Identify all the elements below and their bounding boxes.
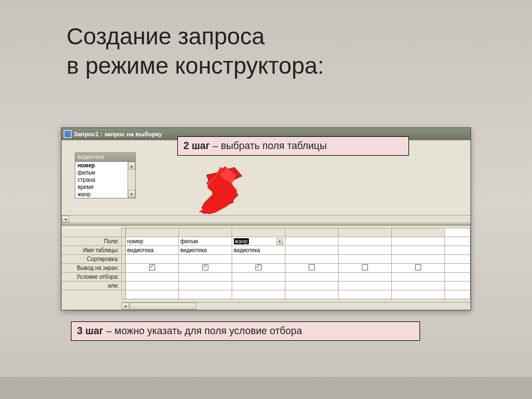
cell-table[interactable]: видиотека bbox=[232, 246, 285, 255]
scroll-left-icon[interactable]: ◄ bbox=[121, 303, 129, 310]
cell-criteria[interactable] bbox=[232, 273, 285, 282]
cell-field[interactable] bbox=[391, 237, 444, 246]
cell-field[interactable]: фильм bbox=[178, 237, 232, 246]
scroll-down-icon[interactable]: ▼ bbox=[128, 190, 135, 198]
app-icon bbox=[64, 130, 71, 138]
column-selector[interactable] bbox=[391, 228, 444, 237]
cell-field[interactable]: номер bbox=[125, 237, 178, 246]
row-label-or: или: bbox=[62, 282, 121, 290]
column-selector[interactable] bbox=[232, 228, 285, 237]
cell-show[interactable] bbox=[232, 264, 285, 273]
checkbox-icon[interactable] bbox=[149, 264, 155, 270]
column-selector[interactable] bbox=[285, 228, 338, 237]
checkbox-icon[interactable] bbox=[309, 264, 315, 270]
callout-step2-bold: 2 шаг bbox=[183, 140, 210, 151]
row-extra bbox=[62, 290, 470, 299]
row-sort: Сортировка: bbox=[62, 255, 470, 264]
cell-empty[interactable] bbox=[178, 290, 232, 299]
cell-table[interactable]: видиотека bbox=[178, 246, 232, 255]
cell-criteria[interactable] bbox=[338, 273, 391, 282]
row-label-sort: Сортировка: bbox=[62, 255, 121, 264]
cell-table[interactable] bbox=[391, 246, 444, 255]
cell-criteria[interactable] bbox=[125, 273, 178, 282]
field-item[interactable]: страна bbox=[75, 176, 135, 183]
cell-or[interactable] bbox=[391, 282, 444, 290]
cell-or[interactable] bbox=[338, 282, 391, 290]
cell-sort[interactable] bbox=[178, 255, 232, 264]
table-field-box[interactable]: видиотека номер фильм страна время жанр … bbox=[75, 152, 136, 198]
cell-show[interactable] bbox=[338, 264, 391, 273]
upper-hscrollbar[interactable]: ◄ bbox=[62, 215, 470, 223]
cell-field[interactable]: жанр▾ bbox=[232, 237, 285, 246]
cell-empty[interactable] bbox=[232, 290, 285, 299]
row-or: или: bbox=[62, 282, 470, 290]
field-item[interactable]: фильм bbox=[75, 169, 135, 176]
cell-empty[interactable] bbox=[391, 290, 444, 299]
cell-show[interactable] bbox=[285, 264, 338, 273]
field-item[interactable]: номер bbox=[75, 162, 135, 169]
row-label-field: Поле: bbox=[62, 237, 121, 246]
cell-empty[interactable] bbox=[125, 290, 178, 299]
cell-sort[interactable] bbox=[285, 255, 338, 264]
cell-field[interactable] bbox=[338, 237, 391, 246]
cell-or[interactable] bbox=[232, 282, 285, 290]
cell-table[interactable] bbox=[338, 246, 391, 255]
cell-table[interactable]: видиотека bbox=[125, 246, 178, 255]
lower-hscrollbar[interactable]: ◄ bbox=[121, 302, 470, 310]
field-item[interactable]: время bbox=[75, 183, 135, 191]
window-title: Запрос1 : запрос на выборку bbox=[74, 131, 162, 137]
field-scrollbar[interactable]: ▲ ▼ bbox=[127, 162, 135, 198]
checkbox-icon[interactable] bbox=[255, 264, 262, 270]
dropdown-icon[interactable]: ▾ bbox=[277, 238, 283, 245]
field-item[interactable]: жанр bbox=[75, 191, 135, 198]
cell-field[interactable] bbox=[285, 237, 338, 246]
cell-empty[interactable] bbox=[285, 290, 338, 299]
checkbox-icon[interactable] bbox=[362, 264, 368, 270]
scroll-up-icon[interactable]: ▲ bbox=[128, 162, 135, 170]
callout-step3-text: – можно указать для поля условие отбора bbox=[104, 325, 302, 336]
cell-show[interactable] bbox=[178, 264, 232, 273]
column-selector[interactable] bbox=[125, 228, 178, 237]
cell-table[interactable] bbox=[285, 246, 338, 255]
slide-title: Создание запроса в режиме конструктора: bbox=[66, 22, 324, 80]
cell-criteria[interactable] bbox=[391, 273, 444, 282]
cell-sort[interactable] bbox=[232, 255, 285, 264]
cell-or[interactable] bbox=[285, 282, 338, 290]
cell-criteria[interactable] bbox=[178, 273, 232, 282]
field-list: номер фильм страна время жанр ▲ ▼ bbox=[75, 162, 135, 198]
cell-sort[interactable] bbox=[125, 255, 178, 264]
column-selector[interactable] bbox=[338, 228, 391, 237]
design-grid: Поле: номер фильм жанр▾ Имя таблицы: вид… bbox=[62, 228, 470, 299]
callout-step3-bold: 3 шаг bbox=[77, 325, 104, 336]
cell-or[interactable] bbox=[125, 282, 178, 290]
title-line-1: Создание запроса bbox=[66, 23, 265, 49]
design-grid-pane: Поле: номер фильм жанр▾ Имя таблицы: вид… bbox=[62, 226, 470, 310]
row-field: Поле: номер фильм жанр▾ bbox=[62, 237, 470, 246]
cell-sort[interactable] bbox=[338, 255, 391, 264]
scroll-left-icon[interactable]: ◄ bbox=[62, 216, 69, 223]
scroll-thumb[interactable] bbox=[130, 303, 196, 310]
grid-header-row bbox=[62, 228, 470, 237]
table-header[interactable]: видиотека bbox=[75, 153, 135, 162]
row-table: Имя таблицы: видиотека видиотека видиоте… bbox=[62, 246, 470, 255]
callout-step2: 2 шаг – выбрать поля таблицы bbox=[177, 136, 409, 156]
checkbox-icon[interactable] bbox=[415, 264, 421, 270]
row-show: Вывод на экран: bbox=[62, 264, 470, 273]
bottom-strip bbox=[0, 377, 532, 399]
cell-sort[interactable] bbox=[391, 255, 444, 264]
callout-step3: 3 шаг – можно указать для поля условие о… bbox=[71, 321, 420, 341]
row-criteria: Условие отбора: bbox=[62, 273, 470, 282]
row-label-table: Имя таблицы: bbox=[62, 246, 121, 255]
red-arrow-icon bbox=[198, 164, 243, 214]
checkbox-icon[interactable] bbox=[202, 264, 208, 270]
title-line-2: в режиме конструктора: bbox=[66, 53, 324, 79]
cell-or[interactable] bbox=[178, 282, 232, 290]
cell-show[interactable] bbox=[125, 264, 178, 273]
cell-criteria[interactable] bbox=[285, 273, 338, 282]
row-label-criteria: Условие отбора: bbox=[62, 273, 121, 282]
row-label-show: Вывод на экран: bbox=[62, 264, 121, 273]
cell-show[interactable] bbox=[391, 264, 444, 273]
column-selector[interactable] bbox=[178, 228, 232, 237]
callout-step2-text: – выбрать поля таблицы bbox=[210, 140, 327, 151]
cell-empty[interactable] bbox=[338, 290, 391, 299]
